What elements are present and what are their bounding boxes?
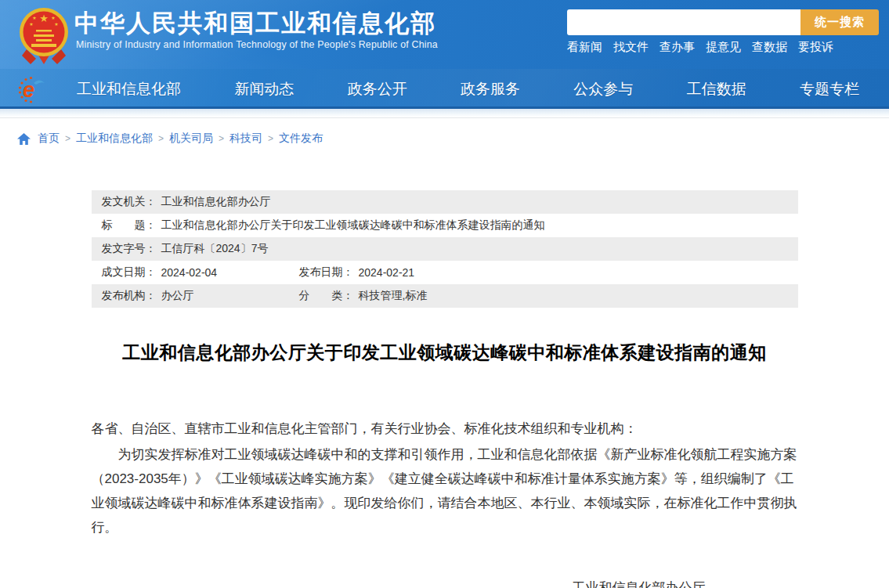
quick-link-services[interactable]: 查办事 [660,40,695,55]
breadcrumb-home[interactable]: 首页 [38,132,60,146]
document-paragraph: 为切实发挥标准对工业领域碳达峰碳中和的支撑和引领作用，工业和信息化部依据《新产业… [92,442,798,539]
meta-label: 成文日期： [102,265,157,280]
meta-label: 发文字号： [102,242,157,256]
quick-link-feedback[interactable]: 提意见 [706,40,741,55]
meta-row-title: 标 题： 工业和信息化部办公厅关于印发工业领域碳达峰碳中和标准体系建设指南的通知 [92,214,798,237]
svg-text:★: ★ [51,16,55,20]
national-emblem-icon: ★ ★ ★ ★ ★ [19,5,69,68]
site-header: ★ ★ ★ ★ ★ 中华人民共和国工业和信息化部 Ministry of Ind… [0,0,889,69]
nav-item-gov-service[interactable]: 政务服务 [461,79,520,99]
meta-row-doc-number: 发文字号： 工信厅科〔2024〕7号 [92,237,798,261]
breadcrumb-separator: > [158,133,164,144]
nav-item-participation[interactable]: 公众参与 [573,79,633,99]
nav-fade-strip [0,109,889,118]
nav-item-ministry[interactable]: 工业和信息化部 [77,79,181,99]
meta-value: 2024-02-21 [359,266,415,279]
breadcrumb-science-dept[interactable]: 科技司 [229,132,262,146]
site-subtitle: Ministry of Industry and Information Tec… [76,39,438,50]
document-paragraph: 各省、自治区、直辖市工业和信息化主管部门，有关行业协会、标准化技术组织和专业机构… [92,417,798,441]
meta-label: 分 类： [299,289,354,303]
breadcrumb-file-release[interactable]: 文件发布 [279,132,323,146]
svg-text:★: ★ [39,13,49,24]
meta-value: 工信厅科〔2024〕7号 [161,242,269,256]
meta-value: 工业和信息化部办公厅关于印发工业领域碳达峰碳中和标准体系建设指南的通知 [161,218,545,233]
nav-item-special[interactable]: 专题专栏 [800,79,859,99]
breadcrumb-separator: > [268,133,273,144]
breadcrumb: 首页 > 工业和信息化部 > 机关司局 > 科技司 > 文件发布 [0,118,889,146]
meta-label: 发布机构： [102,289,157,303]
breadcrumb-departments[interactable]: 机关司局 [169,132,213,146]
meta-label: 发布日期： [299,265,354,280]
document-body: 各省、自治区、直辖市工业和信息化主管部门，有关行业协会、标准化技术组织和专业机构… [92,417,798,539]
meta-row-issuing-office: 发文机关： 工业和信息化部办公厅 [92,190,798,214]
breadcrumb-separator: > [219,133,224,144]
svg-text:★: ★ [54,22,58,27]
meta-value: 工业和信息化部办公厅 [161,195,271,209]
nav-list: 工业和信息化部 新闻动态 政务公开 政务服务 公众参与 工信数据 专题专栏 [0,69,889,109]
miit-e-icon: e [17,75,47,106]
meta-value: 科技管理,标准 [359,289,428,303]
quick-link-news[interactable]: 看新闻 [567,40,602,55]
signature-org: 工业和信息化部办公厅 [92,579,798,588]
nav-item-data[interactable]: 工信数据 [687,79,746,99]
quick-link-complaint[interactable]: 要投诉 [798,40,833,55]
nav-item-gov-open[interactable]: 政务公开 [348,79,407,99]
meta-label: 发文机关： [102,195,157,209]
search-input[interactable] [567,9,800,35]
quick-link-data[interactable]: 查数据 [752,40,787,55]
quick-links: 看新闻 找文件 查办事 提意见 查数据 要投诉 [567,40,833,55]
meta-value: 办公厅 [161,289,194,303]
site-title: 中华人民共和国工业和信息化部 [74,7,436,40]
svg-text:e: e [23,78,34,102]
quick-link-files[interactable]: 找文件 [613,40,649,55]
nav-item-news[interactable]: 新闻动态 [234,79,294,99]
document-meta-table: 发文机关： 工业和信息化部办公厅 标 题： 工业和信息化部办公厅关于印发工业领域… [92,190,798,308]
main-nav: e 工业和信息化部 新闻动态 政务公开 政务服务 公众参与 工信数据 专题专栏 [0,69,889,109]
breadcrumb-separator: > [65,133,70,144]
search-button[interactable]: 统一搜索 [800,9,879,35]
svg-text:★: ★ [32,16,36,20]
meta-row-dates: 成文日期： 2024-02-04 发布日期： 2024-02-21 [92,261,798,284]
document-title: 工业和信息化部办公厅关于印发工业领域碳达峰碳中和标准体系建设指南的通知 [92,341,798,365]
meta-label: 标 题： [102,218,157,233]
document-area: 发文机关： 工业和信息化部办公厅 标 题： 工业和信息化部办公厅关于印发工业领域… [92,190,798,588]
home-icon[interactable] [17,133,31,145]
meta-row-org-category: 发布机构： 办公厅 分 类： 科技管理,标准 [92,284,798,308]
breadcrumb-ministry[interactable]: 工业和信息化部 [76,132,153,146]
svg-text:★: ★ [29,22,33,27]
meta-value: 2024-02-04 [161,266,218,279]
search-bar: 统一搜索 [567,9,879,35]
